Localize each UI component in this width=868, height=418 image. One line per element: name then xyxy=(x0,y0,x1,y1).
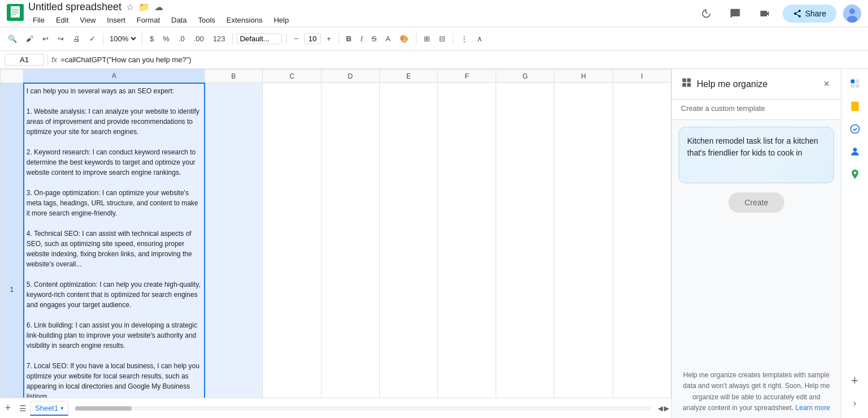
app-logo xyxy=(7,4,24,23)
scroll-right-button[interactable]: ▶ xyxy=(664,404,669,412)
svg-point-19 xyxy=(853,148,857,152)
svg-rect-1 xyxy=(11,6,20,18)
chevron-right-icon: › xyxy=(853,398,856,408)
cell-a1[interactable]: I can help you in several ways as an SEO… xyxy=(24,83,205,398)
menu-format[interactable]: Format xyxy=(132,14,164,26)
strikethrough-button[interactable]: S xyxy=(368,32,380,45)
file-title[interactable]: Untitled spreadsheet xyxy=(28,1,121,13)
highlight-button[interactable]: 🎨 xyxy=(396,32,412,45)
cell-i1[interactable] xyxy=(613,83,671,398)
prompt-text: Kitchen remodel task list for a kitchen … xyxy=(687,136,818,157)
menu-edit[interactable]: Edit xyxy=(51,14,73,26)
menu-data[interactable]: Data xyxy=(167,14,191,26)
collapse-toolbar-button[interactable]: ∧ xyxy=(474,32,486,45)
text-color-button[interactable]: A xyxy=(382,32,394,45)
svg-rect-13 xyxy=(850,80,854,84)
side-collapse-button[interactable]: › xyxy=(845,393,865,413)
redo-button[interactable]: ↪ xyxy=(54,32,67,45)
panel-title: Help me organize xyxy=(697,79,767,89)
menu-view[interactable]: View xyxy=(75,14,100,26)
side-tasks-icon-button[interactable] xyxy=(845,119,865,139)
sheet-container[interactable]: A B C D E F G H I 1 xyxy=(0,69,671,398)
col-header-h[interactable]: H xyxy=(554,70,613,83)
share-button[interactable]: Share xyxy=(783,5,836,23)
cell-h1[interactable] xyxy=(554,83,613,398)
create-button[interactable]: Create xyxy=(728,192,784,213)
italic-button[interactable]: I xyxy=(357,32,366,45)
svg-rect-12 xyxy=(687,83,691,87)
font-size-increase-button[interactable]: + xyxy=(323,32,335,45)
undo-button[interactable]: ↩ xyxy=(39,32,52,45)
percent-button[interactable]: % xyxy=(159,32,173,45)
side-yellow-icon-button[interactable] xyxy=(845,96,865,117)
h-scroll-area xyxy=(68,406,658,411)
cell-d1[interactable] xyxy=(321,83,379,398)
col-header-a[interactable]: A xyxy=(24,70,205,83)
toolbar-divider-7 xyxy=(453,33,453,45)
svg-point-18 xyxy=(850,125,859,133)
panel-subtitle-text: Create a custom template xyxy=(681,104,765,113)
cell-f1[interactable] xyxy=(438,83,496,398)
search-button[interactable]: 🔍 xyxy=(5,32,20,45)
more-button[interactable]: ⋮ xyxy=(457,32,471,45)
cell-c1[interactable] xyxy=(263,83,321,398)
menu-extensions[interactable]: Extensions xyxy=(222,14,267,26)
col-header-d[interactable]: D xyxy=(321,70,379,83)
sheet-tab-sheet1[interactable]: Sheet1 ▾ xyxy=(30,401,68,416)
merge-button[interactable]: ⊟ xyxy=(436,32,449,45)
cloud-icon[interactable]: ☁ xyxy=(154,2,163,12)
side-add-button[interactable]: + xyxy=(845,370,865,391)
zoom-select[interactable]: 100% xyxy=(107,34,138,44)
side-contacts-icon-button[interactable] xyxy=(845,141,865,162)
scroll-left-button[interactable]: ◀ xyxy=(658,404,663,412)
prompt-input-box[interactable]: Kitchen remodel task list for a kitchen … xyxy=(679,127,834,183)
side-sheets-icon-button[interactable] xyxy=(845,74,865,94)
decimal-decrease-button[interactable]: .0 xyxy=(175,32,188,45)
side-maps-icon-button[interactable] xyxy=(845,164,865,184)
top-bar: Untitled spreadsheet ☆ 📁 ☁ File Edit Vie… xyxy=(0,0,868,27)
spell-check-button[interactable]: ✓ xyxy=(86,32,99,45)
borders-button[interactable]: ⊞ xyxy=(420,32,433,45)
bold-button[interactable]: B xyxy=(343,32,355,45)
col-header-c[interactable]: C xyxy=(263,70,321,83)
star-icon[interactable]: ☆ xyxy=(126,2,134,12)
currency-button[interactable]: $ xyxy=(146,32,157,45)
cell-g1[interactable] xyxy=(496,83,554,398)
cell-e1[interactable] xyxy=(379,83,437,398)
formula-input[interactable] xyxy=(60,55,863,64)
font-size-decrease-button[interactable]: − xyxy=(290,32,302,45)
toolbar-divider-3 xyxy=(232,33,233,45)
history-button[interactable] xyxy=(695,2,717,25)
panel-close-button[interactable]: × xyxy=(821,76,832,92)
avatar[interactable] xyxy=(843,5,861,23)
add-sheet-button[interactable]: + xyxy=(0,400,16,416)
toolbar-divider-1 xyxy=(103,33,103,45)
menu-file[interactable]: File xyxy=(28,14,49,26)
font-name-input[interactable] xyxy=(237,33,282,44)
folder-icon[interactable]: 📁 xyxy=(138,2,150,12)
learn-more-link[interactable]: Learn more xyxy=(796,404,830,412)
col-header-f[interactable]: F xyxy=(438,70,496,83)
col-header-g[interactable]: G xyxy=(496,70,554,83)
menu-insert[interactable]: Insert xyxy=(102,14,130,26)
title-area: Untitled spreadsheet ☆ 📁 ☁ File Edit Vie… xyxy=(28,1,690,26)
decimal-increase-button[interactable]: .00 xyxy=(190,32,207,45)
h-scrollbar-track[interactable] xyxy=(75,406,651,411)
print-button[interactable]: 🖨 xyxy=(70,32,84,45)
menu-tools[interactable]: Tools xyxy=(193,14,219,26)
col-header-e[interactable]: E xyxy=(379,70,437,83)
cell-b1[interactable] xyxy=(205,83,263,398)
cell-ref-input[interactable]: A1 xyxy=(5,54,44,66)
svg-point-8 xyxy=(847,16,857,23)
chat-button[interactable] xyxy=(724,2,747,25)
paint-format-button[interactable]: 🖌 xyxy=(23,32,37,45)
format-number-button[interactable]: 123 xyxy=(210,32,229,45)
col-header-i[interactable]: I xyxy=(613,70,671,83)
formula-divider xyxy=(47,54,48,66)
meet-button[interactable] xyxy=(753,2,776,25)
more-sheets-button[interactable]: ☰ xyxy=(16,402,30,415)
font-size-input[interactable] xyxy=(304,33,321,44)
menu-help[interactable]: Help xyxy=(269,14,293,26)
col-header-b[interactable]: B xyxy=(205,70,263,83)
h-scrollbar-thumb[interactable] xyxy=(75,406,132,411)
